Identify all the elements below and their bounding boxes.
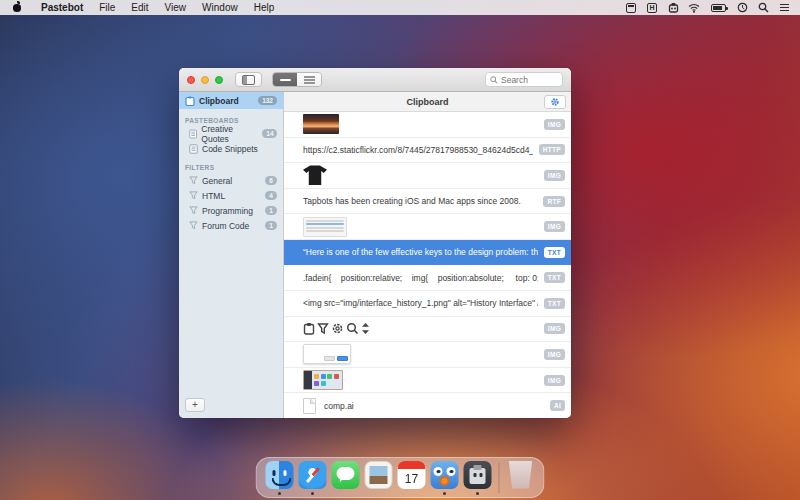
filter-funnel-icon xyxy=(189,221,198,230)
expanded-view-icon xyxy=(304,76,315,84)
sidebar-item-label: Code Snippets xyxy=(202,144,258,154)
gear-icon xyxy=(550,97,560,107)
window-titlebar[interactable] xyxy=(179,68,571,92)
view-mode-segmented-control xyxy=(272,72,322,87)
h-app-status-icon[interactable]: H xyxy=(646,2,658,14)
type-badge: IMG xyxy=(544,375,565,386)
gear-icon xyxy=(331,322,344,335)
sidebar-item-label: Forum Code xyxy=(202,221,249,231)
list-item-selected[interactable]: “Here is one of the few effective keys t… xyxy=(284,240,571,266)
count-badge: 14 xyxy=(262,129,277,138)
type-badge: IMG xyxy=(544,323,565,334)
list-item[interactable]: .fadein{ position:relative; img{ positio… xyxy=(284,265,571,291)
search-field[interactable] xyxy=(485,72,563,87)
apple-menu-icon[interactable] xyxy=(12,2,23,13)
dialog-screenshot-thumbnail xyxy=(303,344,351,364)
item-text: <img src="img/interface_history_1.png" a… xyxy=(303,298,538,308)
list-title: Clipboard xyxy=(284,97,571,107)
sort-arrows-icon xyxy=(361,322,370,335)
compact-view-icon xyxy=(280,78,291,82)
list-item[interactable]: IMG xyxy=(284,342,571,368)
close-button[interactable] xyxy=(187,76,195,84)
menu-window[interactable]: Window xyxy=(202,2,238,13)
pasteboard-icon xyxy=(189,129,197,139)
sidebar-toggle-button[interactable] xyxy=(235,72,262,87)
list-item[interactable]: IMG xyxy=(284,163,571,189)
sidebar-item-creative-quotes[interactable]: Creative Quotes 14 xyxy=(179,126,283,141)
compact-view-button[interactable] xyxy=(273,73,297,86)
sidebar-item-label: Programming xyxy=(202,206,253,216)
calendar-day: 17 xyxy=(398,469,426,489)
sidebar-toggle-icon xyxy=(242,75,255,85)
type-badge: TXT xyxy=(544,272,565,283)
item-text: comp.ai xyxy=(324,401,544,411)
clipboard-list: IMG https://c2.staticflickr.com/8/7445/2… xyxy=(284,112,571,418)
item-text: .fadein{ position:relative; img{ positio… xyxy=(303,273,538,283)
item-text: https://c2.staticflickr.com/8/7445/27817… xyxy=(303,145,533,155)
sidebar-item-general[interactable]: General 6 xyxy=(179,173,283,188)
menu-app-name[interactable]: Pastebot xyxy=(41,2,83,13)
type-badge: TXT xyxy=(544,247,565,258)
list-header: Clipboard xyxy=(284,92,571,112)
dock-pastebot-icon[interactable] xyxy=(464,461,492,495)
dock-messages-icon[interactable] xyxy=(332,461,360,495)
clipboard-icon xyxy=(303,322,315,335)
type-badge: IMG xyxy=(544,349,565,360)
pastebot-status-icon[interactable] xyxy=(667,2,679,14)
menu-help[interactable]: Help xyxy=(254,2,275,13)
battery-icon[interactable] xyxy=(709,2,727,14)
count-badge: 1 xyxy=(265,221,277,230)
zoom-button[interactable] xyxy=(215,76,223,84)
spotlight-search-icon[interactable] xyxy=(757,2,769,14)
dock-separator xyxy=(499,463,500,493)
type-badge: AI xyxy=(550,400,565,411)
expanded-view-button[interactable] xyxy=(297,73,321,86)
dock-tweetbot-icon[interactable] xyxy=(431,461,459,495)
sidebar-item-label: HTML xyxy=(202,191,225,201)
dock-trash-icon[interactable] xyxy=(507,461,535,495)
type-badge: TXT xyxy=(544,298,565,309)
app-screenshot-thumbnail xyxy=(303,217,347,237)
list-item[interactable]: https://c2.staticflickr.com/8/7445/27817… xyxy=(284,138,571,164)
menu-file[interactable]: File xyxy=(99,2,115,13)
list-item[interactable]: comp.ai AI xyxy=(284,393,571,418)
sidebar: Clipboard 132 PASTEBOARDS Creative Quote… xyxy=(179,92,284,418)
sidebar-item-clipboard[interactable]: Clipboard 132 xyxy=(179,92,283,109)
sunset-photo-thumbnail xyxy=(303,114,339,134)
sidebar-item-label: General xyxy=(202,176,232,186)
list-item[interactable]: Tapbots has been creating iOS and Mac ap… xyxy=(284,189,571,215)
notification-center-icon[interactable] xyxy=(778,2,790,14)
sidebar-item-code-snippets[interactable]: Code Snippets xyxy=(179,141,283,156)
dock-calendar-icon[interactable]: 17 xyxy=(398,461,426,495)
sidebar-item-forum-code[interactable]: Forum Code 1 xyxy=(179,218,283,233)
sidebar-item-label: Clipboard xyxy=(199,96,239,106)
clipboard-list-panel: Clipboard IMG https://c2.staticflickr.co… xyxy=(284,92,571,418)
menu-edit[interactable]: Edit xyxy=(131,2,148,13)
dock-finder-icon[interactable] xyxy=(266,461,294,495)
filter-funnel-icon xyxy=(317,322,329,335)
clipboard-count-badge: 132 xyxy=(258,96,277,105)
menu-bar: Pastebot File Edit View Window Help H xyxy=(0,0,800,15)
sidebar-item-programming[interactable]: Programming 1 xyxy=(179,203,283,218)
icon-glyphs-thumbnail xyxy=(303,322,370,335)
dock-photos-icon[interactable] xyxy=(365,461,393,495)
clipboard-settings-button[interactable] xyxy=(544,95,566,109)
search-input[interactable] xyxy=(501,75,555,85)
menu-view[interactable]: View xyxy=(165,2,187,13)
dock-safari-icon[interactable] xyxy=(299,461,327,495)
list-item[interactable]: IMG xyxy=(284,214,571,240)
sidebar-item-html[interactable]: HTML 4 xyxy=(179,188,283,203)
list-item[interactable]: <img src="img/interface_history_1.png" a… xyxy=(284,291,571,317)
wifi-icon[interactable] xyxy=(688,2,700,14)
minimize-button[interactable] xyxy=(201,76,209,84)
clock-icon[interactable] xyxy=(736,2,748,14)
list-item[interactable]: IMG xyxy=(284,317,571,343)
add-pasteboard-button[interactable]: + xyxy=(185,398,205,412)
list-item[interactable]: IMG xyxy=(284,112,571,138)
pastebot-window: Clipboard 132 PASTEBOARDS Creative Quote… xyxy=(179,68,571,418)
magnifier-icon xyxy=(346,322,359,335)
count-badge: 1 xyxy=(265,206,277,215)
calendar-status-icon[interactable] xyxy=(625,2,637,14)
list-item[interactable]: IMG xyxy=(284,368,571,394)
sidebar-section-filters: FILTERS xyxy=(179,156,283,173)
